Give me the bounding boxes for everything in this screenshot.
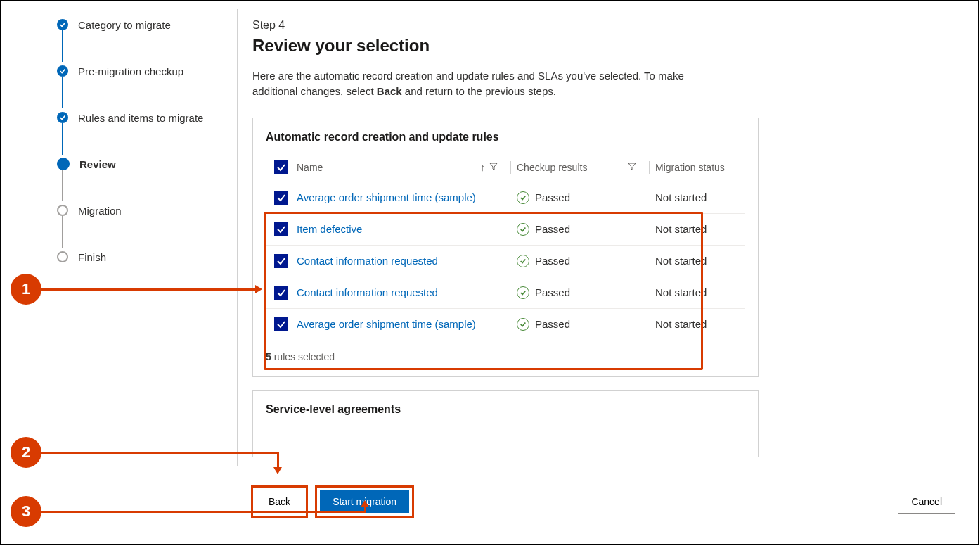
main-content: Step 4 Review your selection Here are th… [252, 19, 759, 469]
col-migration-header[interactable]: Migration status [655, 162, 740, 173]
filter-icon[interactable] [489, 162, 498, 173]
row-checkbox[interactable] [274, 191, 288, 205]
checkmark-icon [57, 19, 68, 30]
arrow-right-icon [255, 285, 262, 293]
migration-status: Not started [655, 223, 740, 235]
migration-status: Not started [655, 286, 740, 298]
sort-arrow-icon[interactable]: ↑ [480, 162, 485, 173]
table-row: Average order shipment time (sample) Pas… [266, 182, 745, 214]
check-circle-icon [517, 255, 529, 267]
page-title: Review your selection [252, 36, 759, 56]
row-checkbox[interactable] [274, 317, 288, 331]
intro-text: Here are the automatic record creation a… [252, 68, 716, 99]
table-row: Contact information requested Passed Not… [266, 277, 745, 309]
step-precheck[interactable]: Pre-migration checkup [57, 63, 229, 80]
migration-status: Not started [655, 255, 740, 267]
check-circle-icon [517, 191, 529, 204]
sla-panel: Service-level agreements [252, 390, 759, 457]
back-button[interactable]: Back [255, 490, 304, 514]
callout-arrow-3 [41, 511, 366, 513]
checkmark-icon [57, 65, 68, 77]
check-circle-icon [517, 318, 529, 331]
row-checkbox[interactable] [274, 286, 288, 300]
annotation-box-2: Back [251, 485, 308, 518]
step-category[interactable]: Category to migrate [57, 16, 229, 33]
future-step-icon [57, 205, 68, 216]
rules-table: Name ↑ Checkup results [266, 156, 745, 340]
col-name-header[interactable]: Name [297, 162, 323, 173]
migration-status: Not started [655, 191, 740, 203]
rules-panel: Automatic record creation and update rul… [252, 118, 759, 377]
filter-icon[interactable] [628, 162, 636, 173]
step-review[interactable]: Review [57, 155, 229, 172]
check-circle-icon [517, 286, 529, 299]
table-row: Average order shipment time (sample) Pas… [266, 309, 745, 340]
callout-arrow-2 [41, 452, 279, 454]
step-migration[interactable]: Migration [57, 202, 229, 219]
callout-badge-1: 1 [11, 274, 41, 305]
table-row: Contact information requested Passed Not… [266, 246, 745, 277]
arrow-down-icon [273, 467, 282, 474]
rule-link[interactable]: Contact information requested [297, 255, 438, 267]
migration-status: Not started [655, 318, 740, 330]
step-rules[interactable]: Rules and items to migrate [57, 109, 229, 126]
callout-badge-3: 3 [11, 496, 41, 527]
callout-badge-2: 2 [11, 437, 41, 468]
table-header: Name ↑ Checkup results [266, 156, 745, 182]
cancel-button[interactable]: Cancel [898, 490, 955, 514]
rules-selected-count: 5 rules selected [266, 351, 745, 362]
table-row: Item defective Passed Not started [266, 214, 745, 246]
step-finish[interactable]: Finish [57, 248, 229, 265]
sla-panel-title: Service-level agreements [266, 403, 745, 416]
rule-link[interactable]: Average order shipment time (sample) [297, 191, 476, 203]
step-number: Step 4 [252, 19, 759, 32]
col-checkup-header[interactable]: Checkup results [517, 162, 587, 173]
select-all-checkbox[interactable] [274, 160, 288, 174]
rule-link[interactable]: Item defective [297, 223, 362, 235]
arrow-up-icon [361, 500, 369, 507]
row-checkbox[interactable] [274, 222, 288, 236]
callout-arrow-2v [277, 452, 279, 469]
rule-link[interactable]: Average order shipment time (sample) [297, 318, 476, 330]
checkmark-icon [57, 112, 68, 123]
row-checkbox[interactable] [274, 254, 288, 268]
rule-link[interactable]: Contact information requested [297, 286, 438, 298]
check-circle-icon [517, 223, 529, 236]
future-step-icon [57, 251, 68, 262]
rules-panel-title: Automatic record creation and update rul… [266, 131, 745, 144]
callout-arrow-1 [41, 288, 257, 291]
wizard-stepper: Category to migrate Pre-migration checku… [57, 16, 229, 265]
wizard-footer: Back Start migration Cancel [1, 474, 978, 544]
current-step-icon [57, 158, 70, 170]
vertical-divider [237, 9, 238, 466]
